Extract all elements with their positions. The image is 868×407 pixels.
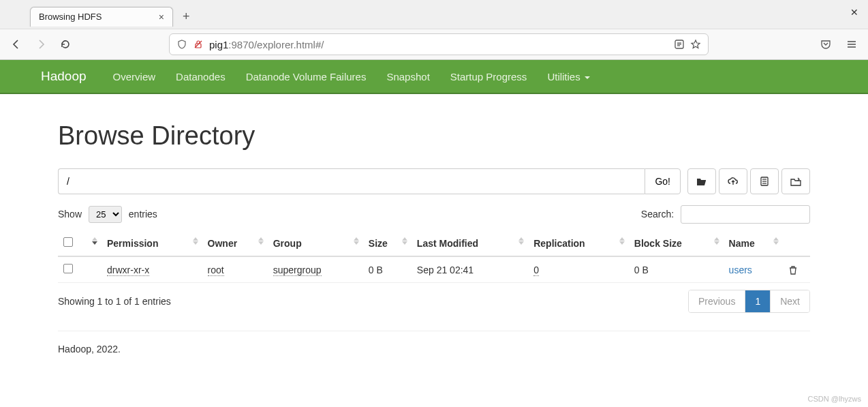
page-1-button[interactable]: 1 (745, 290, 770, 312)
address-bar[interactable]: pig1:9870/explorer.html#/ (169, 33, 709, 55)
search-box: Search: (641, 205, 810, 224)
back-button[interactable] (7, 35, 26, 54)
cell-size: 0 B (363, 256, 412, 283)
browser-tab[interactable]: Browsing HDFS × (30, 7, 173, 27)
nav-volume-failures[interactable]: Datanode Volume Failures (236, 61, 377, 92)
folder-open-icon (696, 177, 707, 186)
cell-replication[interactable]: 0 (533, 265, 539, 276)
next-button[interactable]: Next (770, 290, 809, 312)
table-info-row: Showing 1 to 1 of 1 entries Previous 1 N… (58, 290, 810, 313)
entries-select[interactable]: 25 (89, 206, 122, 223)
pagination: Previous 1 Next (688, 290, 810, 313)
col-sort-idx[interactable] (81, 230, 102, 256)
paste-button[interactable] (781, 168, 810, 194)
go-button[interactable]: Go! (645, 168, 681, 194)
arrow-left-icon (11, 39, 22, 50)
url-text: pig1:9870/explorer.html#/ (209, 39, 668, 50)
col-block-size[interactable]: Block Size (629, 230, 724, 256)
nav-snapshot[interactable]: Snapshot (376, 61, 439, 92)
reload-icon (60, 39, 71, 50)
show-entries: Show 25 entries (58, 206, 157, 223)
watermark: CSDN @lhyzws (808, 395, 861, 403)
tab-close-icon[interactable]: × (159, 12, 164, 22)
col-size[interactable]: Size (363, 230, 412, 256)
col-name[interactable]: Name (724, 230, 783, 256)
window-close-icon[interactable]: ✕ (850, 7, 858, 18)
page-container: Browse Directory Go! Show 25 (46, 94, 822, 361)
col-group[interactable]: Group (268, 230, 363, 256)
divider (58, 331, 810, 331)
tab-title: Browsing HDFS (39, 12, 153, 22)
forward-button[interactable] (31, 35, 50, 54)
hamburger-menu-icon[interactable] (842, 35, 861, 54)
shield-icon (176, 39, 187, 50)
col-owner[interactable]: Owner (202, 230, 268, 256)
upload-button[interactable] (719, 168, 747, 194)
reload-button[interactable] (56, 35, 75, 54)
folder-plus-icon (790, 177, 801, 186)
action-buttons (687, 168, 810, 194)
nav-overview[interactable]: Overview (103, 61, 166, 92)
reader-mode-icon[interactable] (674, 39, 685, 50)
tab-strip: Browsing HDFS × + ✕ (0, 0, 868, 29)
trash-icon (788, 265, 798, 275)
cut-button[interactable] (750, 168, 779, 194)
cell-group[interactable]: supergroup (273, 265, 322, 276)
file-table: Permission Owner Group Size Last Modifie… (58, 230, 810, 283)
delete-button[interactable] (788, 265, 805, 275)
url-host: pig1 (209, 39, 228, 50)
url-rest: :9870/explorer.html#/ (228, 39, 324, 50)
prev-button[interactable]: Previous (689, 290, 745, 312)
cell-last-modified: Sep 21 02:41 (412, 256, 528, 283)
nav-utilities[interactable]: Utilities (537, 61, 600, 92)
table-controls: Show 25 entries Search: (58, 205, 810, 224)
col-last-modified[interactable]: Last Modified (412, 230, 528, 256)
open-folder-button[interactable] (687, 168, 716, 194)
brand[interactable]: Hadoop (41, 69, 87, 84)
col-checkbox[interactable] (58, 230, 81, 256)
search-input[interactable] (681, 205, 810, 224)
new-tab-button[interactable]: + (183, 10, 190, 24)
show-label-post: entries (129, 209, 157, 220)
footer-text: Hadoop, 2022. (58, 344, 810, 355)
path-input[interactable] (58, 168, 645, 194)
browser-chrome: Browsing HDFS × + ✕ pig1:9870/explorer.h… (0, 0, 868, 60)
path-row: Go! (58, 168, 810, 194)
nav-datanodes[interactable]: Datanodes (166, 61, 236, 92)
search-label: Search: (641, 209, 674, 220)
hadoop-navbar: Hadoop Overview Datanodes Datanode Volum… (0, 60, 868, 94)
bookmark-star-icon[interactable] (690, 39, 701, 50)
arrow-right-icon (35, 39, 46, 50)
clipboard-icon (760, 177, 769, 186)
lock-strike-icon (193, 39, 204, 50)
cell-name-link[interactable]: users (729, 265, 752, 275)
col-actions (783, 230, 810, 256)
cloud-upload-icon (728, 177, 739, 186)
page-title: Browse Directory (58, 121, 810, 151)
table-row: drwxr-xr-x root supergroup 0 B Sep 21 02… (58, 256, 810, 283)
show-label-pre: Show (58, 209, 82, 220)
cell-permission[interactable]: drwxr-xr-x (107, 265, 149, 276)
checkbox-icon[interactable] (63, 237, 73, 247)
pocket-icon[interactable] (816, 35, 835, 54)
toolbar-right-icons (816, 35, 861, 54)
row-checkbox[interactable] (63, 264, 73, 273)
col-replication[interactable]: Replication (528, 230, 629, 256)
cell-owner[interactable]: root (208, 265, 224, 276)
col-permission[interactable]: Permission (102, 230, 202, 256)
cell-block-size: 0 B (629, 256, 724, 283)
table-info-text: Showing 1 to 1 of 1 entries (58, 296, 171, 307)
nav-startup-progress[interactable]: Startup Progress (440, 61, 538, 92)
path-input-group: Go! (58, 168, 681, 194)
browser-toolbar: pig1:9870/explorer.html#/ (0, 29, 868, 59)
